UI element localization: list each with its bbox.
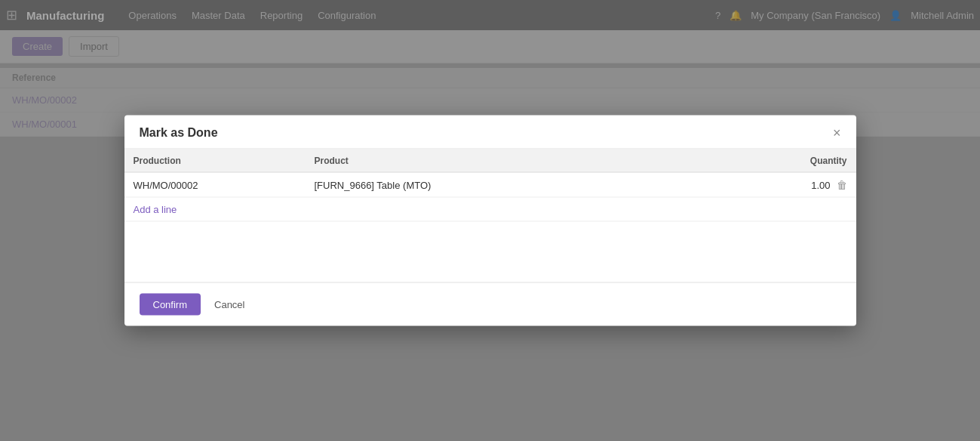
empty-space (124, 222, 856, 282)
modal-body: Production Product Quantity WH/MO/00002 … (124, 150, 856, 282)
modal-close-button[interactable]: × (833, 126, 841, 140)
add-line-cell: Add a line (124, 197, 856, 221)
col-product-header: Product (306, 150, 736, 173)
col-quantity-header: Quantity (736, 150, 856, 173)
add-line-link[interactable]: Add a line (134, 204, 177, 215)
modal-title: Mark as Done (140, 126, 218, 140)
mark-as-done-modal: Mark as Done × Production Product Quanti… (124, 116, 856, 326)
quantity-cell: 1.00 🗑 (736, 172, 856, 197)
table-header-row: Production Product Quantity (124, 150, 856, 173)
table-row: WH/MO/00002 [FURN_9666] Table (MTO) 1.00… (124, 172, 856, 197)
modal-footer: Confirm Cancel (124, 282, 856, 326)
modal-header: Mark as Done × (124, 116, 856, 150)
production-table: Production Product Quantity WH/MO/00002 … (124, 150, 856, 222)
cancel-button[interactable]: Cancel (208, 294, 250, 316)
production-cell: WH/MO/00002 (124, 172, 306, 197)
add-line-row: Add a line (124, 197, 856, 221)
product-cell: [FURN_9666] Table (MTO) (306, 172, 736, 197)
quantity-value: 1.00 (811, 179, 830, 190)
confirm-button[interactable]: Confirm (140, 294, 201, 316)
col-production-header: Production (124, 150, 306, 173)
delete-row-icon[interactable]: 🗑 (837, 179, 847, 191)
